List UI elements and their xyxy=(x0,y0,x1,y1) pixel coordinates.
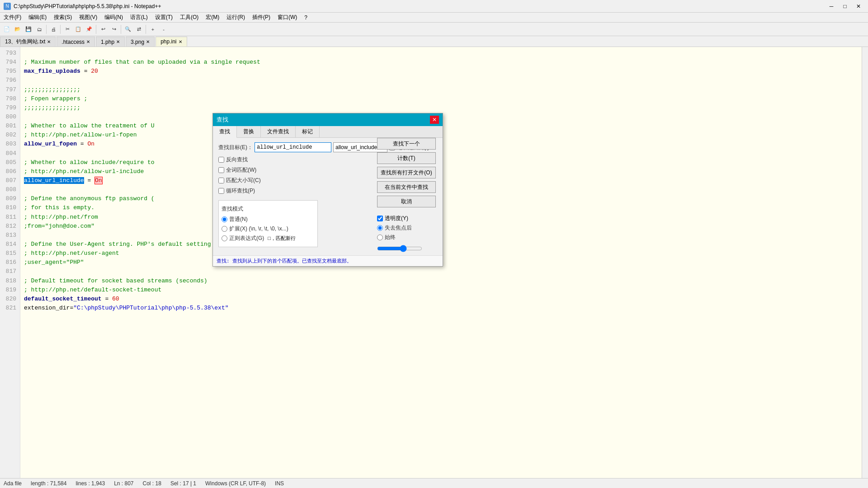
match-newline-label: □，匹配新行 xyxy=(268,235,296,242)
status-lines: lines : 1,943 xyxy=(75,480,105,487)
menu-macro[interactable]: 宏(M) xyxy=(202,13,223,22)
dialog-close-button[interactable]: ✕ xyxy=(430,116,439,124)
tab-php[interactable]: 1.php ✕ xyxy=(96,37,125,47)
toolbar-copy[interactable]: 📋 xyxy=(73,24,83,34)
transparency-label-row: 透明度(Y) xyxy=(377,215,443,222)
toolbar-zoom-in[interactable]: + xyxy=(148,24,158,34)
menu-encode[interactable]: 编码(N) xyxy=(101,13,127,22)
status-ln: Ln : 807 xyxy=(114,480,133,487)
dialog-status-text: 查找: 查找到从上到下的首个匹配项。已查找至文档最底部。 xyxy=(217,258,352,264)
toolbar-saveall[interactable]: 🗂 xyxy=(34,24,44,34)
loop-label: 循环查找(P) xyxy=(226,187,255,195)
mode-extended-radio[interactable] xyxy=(222,226,227,232)
title-bar: N C:\phpStudy\PHPTutorial\php\php-5.5.38… xyxy=(0,0,868,13)
menu-bar: 文件(F) 编辑(E) 搜索(S) 视图(V) 编码(N) 语言(L) 设置(T… xyxy=(0,13,868,23)
scrollbar-right[interactable] xyxy=(862,47,868,478)
status-length: length : 71,584 xyxy=(31,480,66,487)
toolbar-redo[interactable]: ↪ xyxy=(109,24,119,34)
toolbar-find[interactable]: 🔍 xyxy=(123,24,133,34)
mode-extended-label: 扩展(X) (\n, \r, \t, \0, \x...) xyxy=(229,225,288,233)
trans-lostfocus-row: 失去焦点后 xyxy=(377,224,443,232)
toolbar-undo[interactable]: ↩ xyxy=(98,24,108,34)
tab-fishing-close[interactable]: ✕ xyxy=(47,39,51,44)
menu-window[interactable]: 窗口(W) xyxy=(274,13,301,22)
tab-fishing[interactable]: 13、钓鱼网站.txt ✕ xyxy=(0,37,56,47)
dialog-tab-replace[interactable]: 普换 xyxy=(237,126,261,137)
toolbar-sep-3 xyxy=(96,25,96,34)
close-button[interactable]: ✕ xyxy=(853,2,864,11)
transparency-label: 透明度(Y) xyxy=(385,215,408,222)
toolbar-print[interactable]: 🖨 xyxy=(48,24,58,34)
menu-run[interactable]: 运行(R) xyxy=(223,13,249,22)
menu-file[interactable]: 文件(F) xyxy=(0,13,25,22)
cancel-button[interactable]: 取消 xyxy=(377,196,436,207)
toolbar-zoom-out[interactable]: - xyxy=(159,24,169,34)
find-dialog[interactable]: 查找 ✕ 查找 普换 文件查找 标记 查找目标(E)： allow_url_in… xyxy=(212,113,443,267)
search-label: 查找目标(E)： xyxy=(218,144,255,151)
dialog-tabs: 查找 普换 文件查找 标记 xyxy=(213,126,443,138)
dialog-title-bar: 查找 ✕ xyxy=(213,113,443,126)
toolbar-save[interactable]: 💾 xyxy=(24,24,33,34)
toolbar-sep-4 xyxy=(121,25,121,34)
menu-language[interactable]: 语言(L) xyxy=(127,13,151,22)
dialog-status: 查找: 查找到从上到下的首个匹配项。已查找至文档最底部。 xyxy=(213,255,443,266)
mode-normal-row: 普通(N) xyxy=(222,216,315,223)
toolbar-paste[interactable]: 📌 xyxy=(84,24,94,34)
transparency-slider[interactable] xyxy=(377,245,422,252)
mode-normal-label: 普通(N) xyxy=(229,216,248,223)
search-input[interactable] xyxy=(255,142,331,152)
toolbar: 📄 📂 💾 🗂 🖨 ✂ 📋 📌 ↩ ↪ 🔍 ⇄ + - xyxy=(0,23,868,36)
trans-always-label: 始终 xyxy=(385,234,396,241)
loop-checkbox[interactable] xyxy=(218,188,224,194)
matchcase-checkbox[interactable] xyxy=(218,178,224,183)
trans-always-radio[interactable] xyxy=(377,235,383,240)
tab-php-close[interactable]: ✕ xyxy=(116,39,120,44)
menu-help[interactable]: ? xyxy=(301,13,311,22)
find-in-current-button[interactable]: 在当前文件中查找 xyxy=(377,181,436,193)
menu-settings[interactable]: 设置(T) xyxy=(151,13,176,22)
toolbar-replace[interactable]: ⇄ xyxy=(134,24,144,34)
mode-regex-radio[interactable] xyxy=(222,235,227,241)
trans-always-row: 始终 xyxy=(377,234,443,241)
status-filetype: Ada file xyxy=(4,480,22,487)
mode-normal-radio[interactable] xyxy=(222,216,227,222)
status-col: Col : 18 xyxy=(143,480,161,487)
dialog-right-panel: 查找下一个 计数(T) 查找所有打开文件(O) 在当前文件中查找 取消 透明度(… xyxy=(377,138,443,253)
mode-extended-row: 扩展(X) (\n, \r, \t, \0, \x...) xyxy=(222,225,315,233)
status-lineending: Windows (CR LF, UTF-8) xyxy=(205,480,266,487)
dialog-tab-mark[interactable]: 标记 xyxy=(296,126,320,137)
tab-png-close[interactable]: ✕ xyxy=(146,39,150,44)
toolbar-cut[interactable]: ✂ xyxy=(62,24,72,34)
toolbar-new[interactable]: 📄 xyxy=(2,24,12,34)
tab-php-label: 1.php xyxy=(101,39,114,45)
transparency-checkbox[interactable] xyxy=(377,216,383,221)
dialog-tab-find[interactable]: 查找 xyxy=(213,126,237,138)
maximize-button[interactable]: □ xyxy=(839,2,851,11)
tab-phpini[interactable]: php.ini ✕ xyxy=(156,37,187,47)
find-next-button[interactable]: 查找下一个 xyxy=(377,138,436,150)
trans-lostfocus-radio[interactable] xyxy=(377,225,383,231)
tab-htaccess-close[interactable]: ✕ xyxy=(86,39,90,44)
reverse-checkbox[interactable] xyxy=(218,157,224,163)
toolbar-open[interactable]: 📂 xyxy=(13,24,23,34)
toolbar-sep-5 xyxy=(146,25,146,34)
tab-phpini-close[interactable]: ✕ xyxy=(179,39,182,44)
dialog-buttons-panel: 查找下一个 计数(T) 查找所有打开文件(O) 在当前文件中查找 取消 xyxy=(377,138,443,207)
find-all-open-button[interactable]: 查找所有打开文件(O) xyxy=(377,167,436,178)
menu-view[interactable]: 视图(V) xyxy=(75,13,101,22)
menu-tools[interactable]: 工具(O) xyxy=(176,13,202,22)
minimize-button[interactable]: ─ xyxy=(826,2,837,11)
reverse-label: 反向查找 xyxy=(226,156,248,164)
transparency-section: 透明度(Y) 失去焦点后 始终 xyxy=(377,215,443,253)
window-title: C:\phpStudy\PHPTutorial\php\php-5.5.38\p… xyxy=(14,3,161,9)
menu-search[interactable]: 搜索(S) xyxy=(50,13,75,22)
dialog-title-text: 查找 xyxy=(217,116,228,124)
dialog-tab-filefind[interactable]: 文件查找 xyxy=(261,126,296,137)
tab-htaccess[interactable]: .htaccess ✕ xyxy=(57,37,95,47)
count-button[interactable]: 计数(T) xyxy=(377,152,436,164)
menu-edit[interactable]: 编辑(E) xyxy=(25,13,50,22)
menu-plugins[interactable]: 插件(P) xyxy=(249,13,274,22)
status-insertmode: INS xyxy=(275,480,284,487)
tab-png[interactable]: 3.png ✕ xyxy=(126,37,155,47)
wholeword-checkbox[interactable] xyxy=(218,167,224,173)
